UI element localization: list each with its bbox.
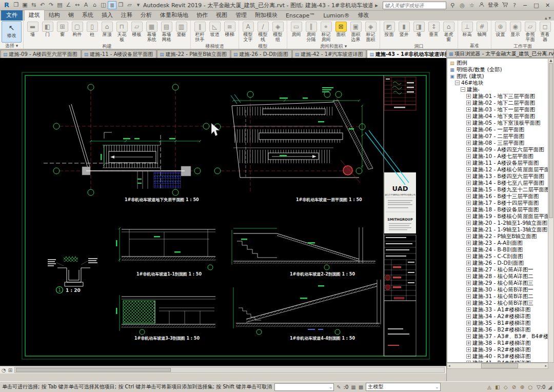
ribbon-tool[interactable]: ▤幕墙 网格 [159, 21, 174, 43]
tree-item[interactable]: +建施-25 - C-C剖面图 [447, 253, 548, 260]
ribbon-tab[interactable]: 视图 [212, 10, 231, 21]
tree-vertical-scrollbar[interactable]: ▲ [548, 58, 554, 363]
tree-item[interactable]: +建施-28 - 核心筒A详图二 [447, 273, 548, 280]
tree-item[interactable]: +建施-10 - A楼七层平面图 [447, 153, 548, 160]
browser-toggle-icon[interactable]: ▩ [359, 384, 363, 390]
tree-item[interactable]: ▦明细表/数量 (全部) [447, 66, 548, 73]
redo-icon[interactable]: ↷ [47, 1, 55, 9]
ribbon-tool[interactable]: ▱楼板 [129, 21, 144, 43]
tree-item[interactable]: +建施-34 - A2#楼梯详图 [447, 313, 548, 320]
tree-item[interactable]: +建施-01 - 地下三层平面图 [447, 93, 548, 100]
ribbon-tool[interactable]: ⌂屋顶 [100, 21, 114, 43]
expand-icon[interactable]: + [466, 321, 471, 325]
expand-icon[interactable]: + [466, 107, 471, 112]
tree-item[interactable]: +建施-40 - R3#楼梯详图 [447, 353, 548, 360]
app-store-cart-icon[interactable] [501, 2, 508, 9]
ribbon-tool[interactable]: ▣面积 边界 [348, 21, 363, 43]
collapse-icon[interactable]: − [455, 81, 460, 85]
tree-item[interactable]: +建施-08 - 三层平面图 [447, 140, 548, 146]
ribbon-tab[interactable]: 系统 [78, 10, 97, 21]
ribbon-tool[interactable]: ⊥标高 [460, 21, 474, 43]
tree-item[interactable]: −建施- [447, 86, 548, 93]
expand-icon[interactable]: + [466, 214, 471, 219]
ribbon-tool[interactable]: ◉显示 [508, 21, 523, 43]
ribbon-tab[interactable]: 协作 [192, 10, 212, 21]
expand-icon[interactable]: + [466, 227, 471, 232]
tree-horizontal-scrollbar[interactable]: ◂▸ [447, 363, 548, 369]
reveal-hidden-icon[interactable]: ○ [527, 384, 534, 390]
tree-item[interactable]: +建施-04 - 地下夹层平面图 [447, 113, 548, 120]
ribbon-tool[interactable]: ▢构件 [70, 21, 85, 43]
ribbon-tool[interactable]: ◨墙 [411, 21, 426, 43]
ribbon-tool[interactable]: ◺坡道 [207, 21, 222, 43]
expand-icon[interactable]: + [466, 301, 471, 305]
tree-item[interactable]: +建施-35 - B1#楼梯详图 [447, 320, 548, 326]
help-icon[interactable]: ? [511, 2, 518, 9]
keyboard-shortcut-box[interactable]: ⌄ [274, 383, 334, 391]
ribbon-tab[interactable]: 注释 [117, 10, 136, 21]
worksets-icon[interactable]: ◬ [486, 384, 493, 390]
save-icon[interactable]: ▣ [21, 1, 29, 9]
expand-icon[interactable]: + [466, 121, 471, 125]
qat-customize-icon[interactable]: ▾ [134, 1, 143, 9]
ribbon-tool[interactable]: A模型 文字 [241, 21, 255, 43]
default-3d-view-icon[interactable]: ⌂ [90, 1, 99, 9]
tree-item[interactable]: +建施-32 - 核心筒B详图三 [447, 300, 548, 306]
ribbon-tool[interactable]: ⊕设置 [493, 21, 508, 43]
search-input[interactable] [383, 2, 446, 9]
tree-item[interactable]: +建施-12 - A楼核心筒屋面层平面图 [447, 166, 548, 173]
detail-level-icon[interactable]: ⊞ [8, 367, 12, 373]
design-option-select[interactable]: 主模型⌄ [366, 383, 441, 391]
expand-icon[interactable]: + [466, 134, 471, 139]
plan-view-basement-mezzanine[interactable] [44, 84, 209, 195]
measure-icon[interactable]: ∠ [64, 1, 73, 9]
ribbon-tool[interactable]: ⌂老虎窗 [441, 21, 456, 43]
tree-item[interactable]: +建施-26 - D-D剖面图 [447, 260, 548, 266]
ribbon-tool[interactable]: ⊠面积 [333, 21, 348, 43]
ribbon-tool[interactable]: ⊓天花板 [114, 21, 129, 43]
tree-item[interactable]: +建施-19 - B楼核心筒屋面层平面图 [447, 213, 548, 220]
ribbon-tool[interactable]: ⊞窗 [55, 21, 70, 43]
ribbon-tab[interactable]: 钢 [64, 10, 78, 21]
section-view-2-2[interactable] [232, 227, 375, 265]
aligned-dimension-icon[interactable]: ↔ [73, 1, 82, 9]
expand-icon[interactable]: + [466, 94, 471, 99]
close-hidden-windows-icon[interactable]: ❐ [116, 1, 125, 9]
sync-icon[interactable]: ⇆ [29, 1, 38, 9]
ribbon-tab[interactable]: 修改 [354, 10, 373, 21]
ribbon-tool[interactable]: ▥竖梃 [174, 21, 189, 43]
expand-icon[interactable]: + [466, 274, 471, 279]
thin-lines-icon[interactable]: ≣ [108, 1, 116, 9]
ribbon-tab[interactable]: 插入 [97, 10, 117, 21]
expand-icon[interactable]: + [466, 114, 471, 119]
text-icon[interactable]: A [82, 1, 90, 9]
tree-item[interactable]: +建施-02 - 地下二层平面图 [447, 100, 548, 106]
ribbon-tool[interactable]: ∥栏杆扶手 [192, 21, 207, 43]
tree-item[interactable]: +建施-39 - R2#楼梯详图 [447, 346, 548, 353]
tree-item[interactable]: +建施-06 - 一层平面图 [447, 126, 548, 133]
tree-item[interactable]: +建施-38 - R1#楼梯详图 [447, 340, 548, 346]
ribbon-tool[interactable]: ◧门 [40, 21, 55, 43]
expand-icon[interactable]: + [466, 127, 471, 132]
expand-icon[interactable]: + [466, 174, 471, 179]
ribbon-tool[interactable]: ▬墙 [25, 21, 40, 43]
tree-item[interactable]: +建施-03 - 地下一层平面图 [447, 106, 548, 113]
tree-item[interactable]: +建施-21 - 1-9轴至1-3轴立面图 [447, 226, 548, 233]
ribbon-tool[interactable]: ≡楼梯 [222, 21, 237, 43]
tree-item[interactable]: +建施-13 - B楼四至六层平面图 [447, 173, 548, 180]
expand-icon[interactable]: + [466, 194, 471, 199]
ribbon-collapse-icon[interactable]: ▴ ▾ [545, 15, 551, 21]
tree-item[interactable]: +建施-07 - 二层平面图 [447, 133, 548, 140]
expand-icon[interactable]: + [466, 294, 471, 299]
tree-item[interactable]: +建施-27 - 核心筒A详图一 [447, 266, 548, 273]
ribbon-tool[interactable]: ▮竖井 [397, 21, 411, 43]
document-tab[interactable]: ▤建施-09 - A楼四至六层平面图 [1, 50, 81, 58]
tree-item[interactable]: +建施-23 - A-A剖面图 [447, 240, 548, 246]
drawing-canvas[interactable]: UAD 浙江大学建筑设计研究院有限公司 SMITHGROUP [0, 58, 446, 366]
favorites-icon[interactable]: ☆ [468, 2, 476, 9]
tree-item[interactable]: +建施-11 - A楼设备层平面图 [447, 160, 548, 166]
expand-icon[interactable]: + [466, 341, 471, 345]
tree-item[interactable]: +建施-24 - B-B剖面图 [447, 246, 548, 253]
user-icon[interactable] [478, 2, 485, 9]
expand-icon[interactable]: + [466, 207, 471, 212]
